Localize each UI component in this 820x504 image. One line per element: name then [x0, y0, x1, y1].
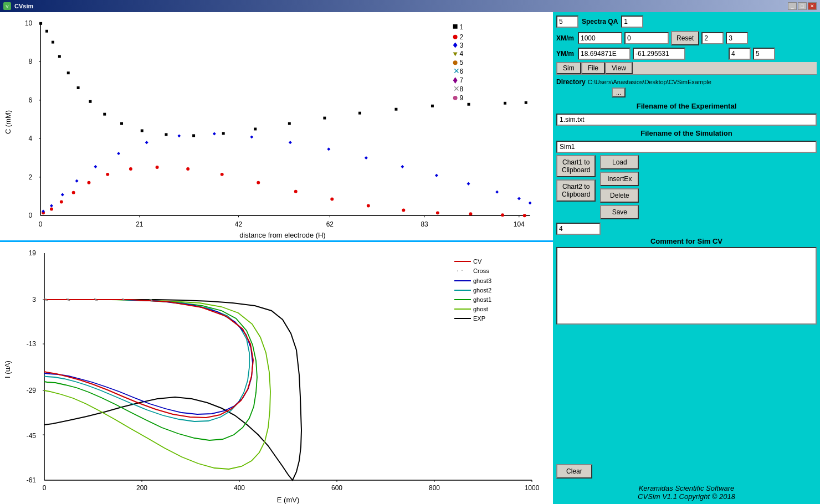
ym-value2-input[interactable]	[633, 48, 685, 60]
menu-view[interactable]: View	[605, 62, 633, 74]
svg-text:2: 2	[460, 33, 464, 41]
svg-rect-38	[192, 134, 195, 137]
svg-rect-28	[45, 30, 48, 33]
menu-bar: Sim File View	[556, 62, 817, 75]
xm-row: XM/m Reset	[556, 31, 817, 45]
minimize-button[interactable]: _	[788, 2, 797, 10]
svg-text:ghost: ghost	[473, 306, 488, 312]
svg-point-89	[453, 35, 458, 39]
reset-button[interactable]: Reset	[671, 31, 699, 45]
insertex-button[interactable]: InsertEx	[600, 172, 639, 186]
svg-text:2: 2	[29, 173, 33, 181]
sim-filename-input[interactable]	[556, 141, 817, 153]
svg-point-50	[50, 207, 53, 210]
svg-text:E (mV): E (mV)	[277, 496, 299, 504]
svg-text:CV: CV	[473, 258, 482, 265]
chart-bottom-svg: 19 3 -13 -29 -45 -61 0 200 400 600	[0, 242, 553, 504]
svg-point-103	[453, 96, 458, 100]
comment-section: Comment for Sim CV	[556, 237, 817, 460]
svg-text:19: 19	[29, 249, 37, 257]
svg-text:-45: -45	[27, 432, 37, 440]
svg-point-58	[221, 173, 224, 176]
num-3-input[interactable]	[726, 32, 748, 44]
svg-text:0: 0	[39, 220, 43, 228]
svg-text:ghost3: ghost3	[473, 277, 491, 284]
exp-filename-header: Filename of the Experimental	[556, 101, 817, 111]
svg-text:C (mM): C (mM)	[4, 110, 12, 134]
actions-row: Chart1 toClipboard Chart2 toClipboard Lo…	[556, 155, 817, 219]
svg-rect-37	[165, 133, 167, 136]
num-4-input[interactable]	[729, 48, 751, 60]
svg-text:10: 10	[25, 19, 33, 27]
svg-text:0: 0	[43, 484, 47, 492]
spectra-qa-label: Spectra QA	[582, 18, 618, 25]
svg-text:1: 1	[460, 23, 464, 31]
svg-text:-61: -61	[27, 476, 37, 484]
svg-text:ghost2: ghost2	[473, 287, 491, 294]
spectra-number-input[interactable]	[556, 16, 578, 28]
clear-button[interactable]: Clear	[556, 464, 592, 479]
svg-rect-36	[141, 129, 144, 132]
main-container: 10 8 6 4 2 0 0 21	[0, 12, 820, 504]
chart-top-svg: 10 8 6 4 2 0 0 21	[0, 12, 553, 240]
svg-rect-40	[254, 127, 257, 130]
svg-text:·: ·	[461, 265, 463, 274]
svg-rect-35	[120, 122, 123, 125]
svg-point-55	[129, 167, 132, 171]
svg-rect-31	[67, 71, 70, 74]
svg-rect-46	[467, 103, 470, 106]
svg-text:·: ·	[457, 266, 459, 275]
exp-filename-input[interactable]	[556, 114, 817, 126]
chart-bottom: 19 3 -13 -29 -45 -61 0 200 400 600	[0, 242, 553, 504]
xm-value1-input[interactable]	[578, 32, 622, 44]
svg-rect-87	[453, 24, 458, 29]
svg-point-53	[87, 181, 90, 184]
svg-text:EXP: EXP	[473, 315, 485, 322]
svg-rect-30	[58, 55, 61, 58]
svg-point-63	[402, 208, 405, 212]
menu-file[interactable]: File	[581, 62, 605, 74]
xm-value2-input[interactable]	[624, 32, 669, 44]
num-5-input[interactable]	[753, 48, 775, 60]
svg-point-56	[156, 166, 159, 169]
svg-text:4: 4	[29, 135, 33, 142]
ym-value1-input[interactable]	[578, 48, 631, 60]
svg-text:3: 3	[460, 42, 464, 49]
app-icon: V	[3, 2, 11, 10]
spectra-qa-input[interactable]	[621, 16, 643, 28]
close-button[interactable]: ✕	[808, 2, 817, 10]
menu-sim[interactable]: Sim	[556, 62, 581, 74]
title-bar: V CVsim _ □ ✕	[0, 0, 820, 12]
svg-text:42: 42	[235, 220, 243, 228]
svg-rect-47	[504, 102, 506, 105]
load-button[interactable]: Load	[600, 155, 639, 169]
svg-text:✕: ✕	[453, 66, 460, 75]
directory-label: Directory	[556, 78, 586, 86]
svg-text:21: 21	[136, 220, 144, 228]
chart2-clipboard-button[interactable]: Chart2 toClipboard	[556, 179, 596, 202]
delete-button[interactable]: Delete	[600, 188, 639, 203]
comment-textarea[interactable]	[556, 247, 817, 325]
svg-rect-27	[39, 22, 42, 25]
svg-text:600: 600	[331, 484, 342, 492]
ym-row: YM/m	[556, 48, 817, 60]
svg-text:4: 4	[460, 50, 464, 58]
svg-text:1000: 1000	[525, 484, 540, 492]
save-button[interactable]: Save	[600, 205, 639, 219]
browse-button[interactable]: ...	[612, 88, 626, 97]
chart1-clipboard-button[interactable]: Chart1 toClipboard	[556, 155, 596, 177]
maximize-button[interactable]: □	[798, 2, 807, 10]
chart-top: 10 8 6 4 2 0 0 21	[0, 12, 553, 242]
svg-text:800: 800	[429, 484, 440, 492]
svg-text:Cross: Cross	[473, 268, 489, 274]
svg-point-60	[294, 190, 298, 193]
sim-number-input[interactable]	[556, 223, 601, 235]
svg-text:0: 0	[29, 212, 33, 219]
svg-point-61	[330, 198, 334, 201]
num-2-input[interactable]	[701, 32, 724, 44]
svg-rect-42	[323, 117, 326, 120]
charts-panel: 10 8 6 4 2 0 0 21	[0, 12, 553, 504]
svg-point-67	[523, 214, 526, 217]
svg-rect-44	[394, 108, 397, 111]
ym-label: YM/m	[556, 50, 576, 58]
